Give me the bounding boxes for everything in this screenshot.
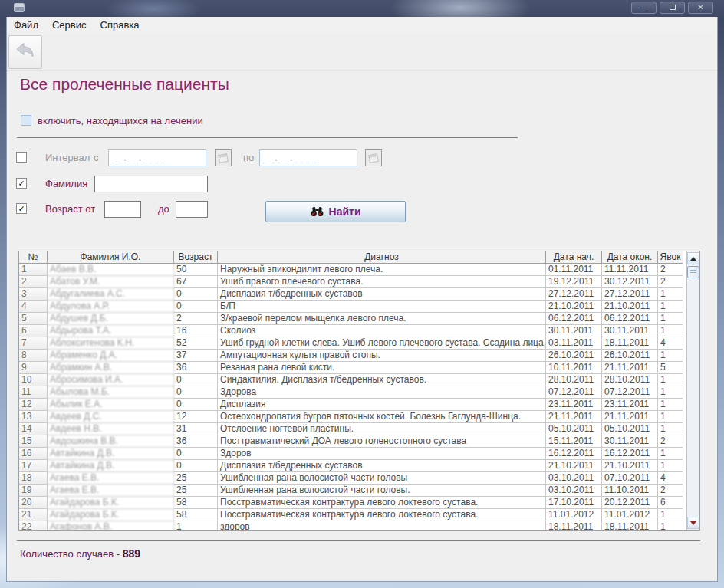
col-header-number[interactable]: №	[19, 251, 48, 264]
interval-from-label: с	[94, 152, 99, 163]
age-cell: 50	[174, 264, 218, 276]
diagnosis-cell: Ушибленная рана волосистой части головы	[218, 472, 546, 485]
date-end-cell: 21.11.2011	[602, 362, 658, 374]
age-cell: 0	[174, 448, 218, 460]
row-number-cell: 6	[19, 325, 48, 337]
patient-name-cell: Аблокситенова К.Н.	[48, 337, 174, 350]
interval-checkbox[interactable]	[16, 152, 27, 163]
scroll-down-button[interactable]	[687, 517, 699, 529]
table-row[interactable]: 15Авдошкина В.В.36Посттравматический ДОА…	[19, 435, 683, 448]
table-row[interactable]: 13Авдеев Д.С.12Остеохондропатия бугров п…	[19, 411, 683, 423]
surname-checkbox[interactable]: ✓	[16, 178, 27, 189]
col-header-date-start[interactable]: Дата нач.	[546, 251, 602, 264]
date-start-cell: 30.11.2011	[546, 325, 602, 337]
diagnosis-cell: Дисплазия	[218, 399, 546, 411]
col-header-name[interactable]: Фамилия И.О.	[48, 251, 174, 264]
patient-name-cell: Агайдарова Б.К.	[48, 509, 174, 521]
table-grid: № Фамилия И.О. Возраст Диагноз Дата нач.…	[19, 251, 683, 530]
maximize-button[interactable]	[660, 2, 685, 14]
col-header-visits[interactable]: Явок	[658, 251, 683, 264]
table-row[interactable]: 5Абдушев Д.Б.2З/краевой перелом мыщелка …	[19, 313, 683, 325]
visits-cell: 6	[658, 497, 683, 509]
patient-name-cell: Автайкина Д.В.	[48, 460, 174, 472]
table-row[interactable]: 20Агайдарова Б.К.58Посстравматическая ко…	[19, 497, 683, 509]
age-cell: 52	[174, 337, 218, 350]
row-number-cell: 1	[19, 264, 48, 276]
menu-help[interactable]: Справка	[94, 17, 146, 34]
date-end-cell: 27.12.2011	[602, 288, 658, 301]
date-end-cell: 30.12.2011	[602, 276, 658, 288]
col-header-date-end[interactable]: Дата окон.	[602, 251, 658, 264]
date-end-cell: 11.01.2012	[602, 509, 658, 521]
diagnosis-cell: Ушибленная рана волосистой части головы.	[218, 485, 546, 497]
col-header-age[interactable]: Возраст	[174, 251, 218, 264]
patient-name-cell: Абатов У.М.	[48, 276, 174, 288]
diagnosis-cell: З/краевой перелом мыщелка левого плеча.	[218, 313, 546, 325]
date-end-cell: 28.10.2011	[602, 374, 658, 386]
close-button[interactable]: ✕	[688, 2, 713, 14]
table-row[interactable]: 14Авдеев Н.В.31Отслоение ногтевой пласти…	[19, 423, 683, 435]
col-header-diagnosis[interactable]: Диагноз	[218, 251, 546, 264]
date-to-input[interactable]	[259, 149, 357, 166]
table-row[interactable]: 10Абросимова И.А.0Синдактилия. Дисплазия…	[19, 374, 683, 386]
table-row[interactable]: 2Абатов У.М.67Ушиб правого плечевого сус…	[19, 276, 683, 288]
surname-input[interactable]	[94, 176, 208, 192]
menu-file[interactable]: Файл	[7, 17, 45, 34]
search-button[interactable]: Найти	[265, 201, 406, 222]
table-vertical-scrollbar[interactable]	[686, 251, 699, 530]
age-cell: 16	[174, 325, 218, 337]
patient-name-cell: Авдеев Н.В.	[48, 423, 174, 435]
table-row[interactable]: 22Агафонов А.В.1здоров18.11.201118.11.20…	[19, 521, 683, 530]
table-row[interactable]: 18Агаева Е.В.25Ушибленная рана волосисто…	[19, 472, 683, 485]
table-row[interactable]: 1Абаев В.В.50Наружный эпикондилит левого…	[19, 264, 683, 276]
minimize-button[interactable]: –	[631, 2, 657, 14]
date-from-calendar-button[interactable]	[215, 149, 232, 166]
table-row[interactable]: 3Абдугалиева А.С.0Дисплазия т/бедренных …	[19, 288, 683, 301]
age-from-input[interactable]	[104, 201, 141, 218]
include-in-treatment-checkbox[interactable]	[21, 115, 31, 126]
table-row[interactable]: 8Абраменко Д.А.37Ампутационная культя пр…	[19, 350, 683, 362]
row-number-cell: 19	[19, 485, 48, 497]
table-row[interactable]: 16Автайкина Д.В.0Здоров16.12.201116.12.2…	[19, 448, 683, 460]
patient-name-cell: Абросимова И.А.	[48, 374, 174, 386]
date-start-cell: 03.10.2011	[546, 472, 602, 485]
date-end-cell: 16.12.2011	[602, 448, 658, 460]
table-row[interactable]: 4Абдулова А.Р.0Б/П21.10.201121.10.20111	[19, 301, 683, 313]
maximize-icon	[670, 5, 676, 10]
date-end-cell: 21.10.2011	[602, 301, 658, 313]
date-to-calendar-button[interactable]	[365, 149, 382, 166]
table-row[interactable]: 7Аблокситенова К.Н.52Ушиб грудной клетки…	[19, 337, 683, 350]
table-row[interactable]: 11Абылова М.Б.0Здорова07.12.201107.12.20…	[19, 386, 683, 399]
age-to-input[interactable]	[176, 201, 208, 218]
table-row[interactable]: 12Абылик Е.А.0Дисплазия23.11.201123.11.2…	[19, 399, 683, 411]
patient-name-cell: Авдошкина В.В.	[48, 435, 174, 448]
diagnosis-cell: Дисплазия т/бедренных суставов	[218, 460, 546, 472]
date-start-cell: 03.11.2011	[546, 337, 602, 350]
table-row[interactable]: 9Абрамкин А.В.36Резаная рана левой кисти…	[19, 362, 683, 374]
table-row[interactable]: 6Абдырова Т.А.16Сколиоз30.11.201130.11.2…	[19, 325, 683, 337]
age-cell: 36	[174, 362, 218, 374]
patients-table: № Фамилия И.О. Возраст Диагноз Дата нач.…	[18, 251, 700, 531]
app-window: – ✕ Файл Сервис Справка Все пролеченные …	[0, 0, 724, 588]
age-cell: 58	[174, 497, 218, 509]
menu-service[interactable]: Сервис	[45, 17, 94, 34]
table-row[interactable]: 19Агаева Е.В.25Ушибленная рана волосисто…	[19, 485, 683, 497]
back-button[interactable]	[8, 35, 42, 69]
scroll-up-button[interactable]	[687, 252, 699, 264]
date-end-cell: 11.11.2011	[602, 264, 658, 276]
table-row[interactable]: 21Агайдарова Б.К.58Посстравматическая ко…	[19, 509, 683, 521]
date-start-cell: 21.10.2011	[546, 460, 602, 472]
date-end-cell: 18.11.2011	[602, 521, 658, 530]
age-checkbox[interactable]: ✓	[16, 203, 27, 214]
visits-cell: 4	[658, 472, 683, 485]
date-end-cell: 23.11.2011	[602, 399, 658, 411]
date-from-input[interactable]	[108, 149, 206, 166]
date-start-cell: 19.12.2011	[546, 276, 602, 288]
age-cell: 36	[174, 435, 218, 448]
patient-name-cell: Абдушев Д.Б.	[48, 313, 174, 325]
row-number-cell: 14	[19, 423, 48, 435]
scroll-thumb[interactable]	[687, 266, 699, 278]
table-row[interactable]: 17Автайкина Д.В.0Дисплазия т/бедренных с…	[19, 460, 683, 472]
visits-cell: 1	[658, 301, 683, 313]
page-title: Все пролеченные пациенты	[20, 75, 229, 94]
